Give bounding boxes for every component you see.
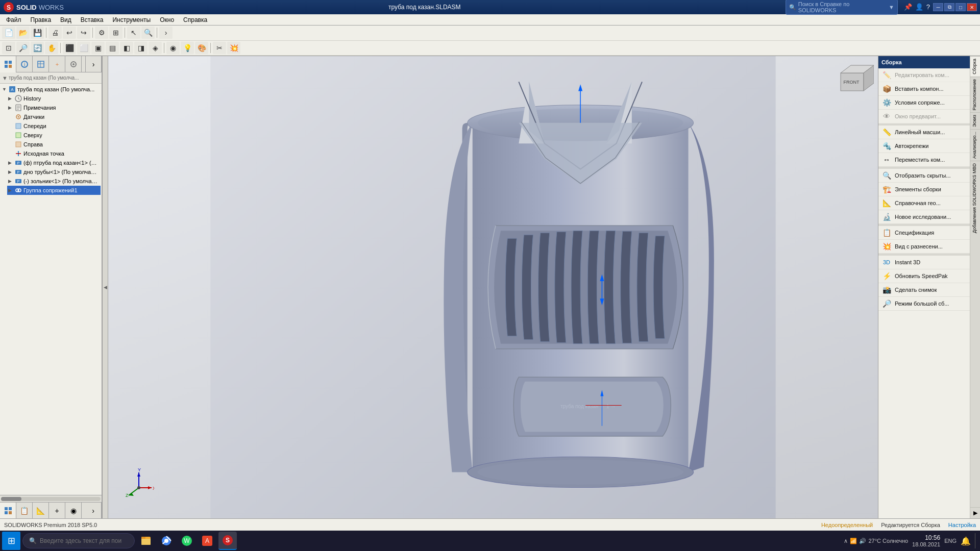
tab-layout[interactable]: Расположение <box>970 77 980 112</box>
view-section[interactable]: ✂ <box>213 42 226 54</box>
mates-toggle[interactable]: ▶ <box>8 188 14 193</box>
tree-item-notes[interactable]: ▶ Примечания <box>7 103 101 112</box>
rf-mate[interactable]: ⚙️ Условия сопряже... <box>878 96 970 110</box>
bottom-tab-1[interactable] <box>0 503 16 518</box>
view-bottom[interactable]: ▤ <box>106 42 119 54</box>
taskbar-chrome[interactable] <box>157 532 176 550</box>
redo-button[interactable]: ↪ <box>77 27 90 39</box>
tree-item-top[interactable]: Сверху <box>7 131 101 140</box>
rf-move-component[interactable]: ↔️ Переместить ком... <box>878 153 970 167</box>
3d-viewport[interactable]: труба под казан ← 1 → X Y <box>108 56 878 518</box>
config-manager-tab[interactable] <box>33 56 49 72</box>
person-icon[interactable]: 👤 <box>915 3 923 11</box>
view-explode[interactable]: 💥 <box>227 42 240 54</box>
bottom-tab-2[interactable]: 📋 <box>16 503 33 518</box>
help-icon[interactable]: ? <box>926 3 930 11</box>
view-lights[interactable]: 💡 <box>181 42 194 54</box>
tree-item-part3[interactable]: ▶ P (-) зольник<1> (По умолчанию<<Пр <box>7 177 101 186</box>
rf-explode[interactable]: 💥 Вид с разнесени... <box>878 240 970 254</box>
dropdown-icon[interactable]: ▼ <box>889 4 894 10</box>
view-zoom-in[interactable]: 🔎 <box>16 42 30 54</box>
rf-spec[interactable]: 📋 Спецификация <box>878 226 970 240</box>
tree-item-sensors[interactable]: Датчики <box>7 112 101 121</box>
view-display-mode[interactable]: ◉ <box>166 42 180 54</box>
rf-sub-assembly[interactable]: 🏗️ Элементы сборки <box>878 183 970 196</box>
right-panel-collapse[interactable]: ▶ <box>970 507 980 518</box>
display-manager-tab[interactable] <box>65 56 82 72</box>
feature-manager-tab[interactable] <box>0 56 16 72</box>
expand-tree-button[interactable]: › <box>85 56 102 72</box>
rf-preview-window[interactable]: 👁 Окно предварит... <box>878 110 970 123</box>
grid-button[interactable]: ⊞ <box>109 27 122 39</box>
notes-toggle[interactable]: ▶ <box>8 105 14 110</box>
taskbar-whatsapp[interactable]: W <box>178 532 196 550</box>
save-button[interactable]: 💾 <box>31 27 44 39</box>
taskbar-explorer[interactable] <box>137 532 155 550</box>
options-button[interactable]: ⚙ <box>95 27 108 39</box>
select-button[interactable]: ↖ <box>127 27 140 39</box>
tray-expand[interactable]: ∧ <box>844 538 848 544</box>
notification-icon[interactable]: 🔔 <box>961 536 971 546</box>
tab-sw-additions[interactable]: Добавления SOLIDWORKS MBD <box>970 161 980 235</box>
rf-fasteners[interactable]: 🔩 Автокрепежи <box>878 139 970 153</box>
restore-button[interactable]: ⧉ <box>944 3 954 11</box>
tree-item-history[interactable]: ▶ History <box>7 94 101 103</box>
tree-scrollbar-h[interactable] <box>0 495 102 502</box>
close-button[interactable]: ✕ <box>967 3 977 11</box>
bottom-tab-expand[interactable]: › <box>85 503 102 518</box>
tree-item-right[interactable]: Справа <box>7 140 101 149</box>
rf-show-hidden[interactable]: 🔍 Отобразить скрыты... <box>878 169 970 183</box>
taskbar-app4[interactable]: A <box>198 532 216 550</box>
undo-button[interactable]: ↩ <box>63 27 76 39</box>
tab-assembly[interactable]: Сборка <box>970 56 980 77</box>
part1-toggle[interactable]: ▶ <box>8 160 14 165</box>
tree-item-part1[interactable]: ▶ P (ф) птруба под казан<1> (По умолча <box>7 158 101 167</box>
tree-root[interactable]: ▼ A труба под казан (По умолча... <box>1 85 101 94</box>
rf-ref-geometry[interactable]: 📐 Справочная гео... <box>878 196 970 210</box>
view-front[interactable]: ⬛ <box>63 42 76 54</box>
pin-icon[interactable]: 📌 <box>904 3 912 11</box>
view-left[interactable]: ◧ <box>120 42 133 54</box>
tab-sketch[interactable]: Эскиз <box>970 112 980 129</box>
rf-speedpak[interactable]: ⚡ Обновить SpeedPak <box>878 269 970 283</box>
menu-window[interactable]: Окно <box>156 15 178 24</box>
menu-view[interactable]: Вид <box>56 15 76 24</box>
clock-date[interactable]: 10:56 18.08.2021 <box>912 534 940 547</box>
menu-insert[interactable]: Вставка <box>77 15 108 24</box>
tree-item-part2[interactable]: ▶ P дно трубы<1> (По умолчанию<<По <box>7 167 101 177</box>
start-button[interactable]: ⊞ <box>2 532 20 550</box>
view-top[interactable]: ▣ <box>91 42 105 54</box>
tree-item-mates[interactable]: ▶ Группа сопряжений1 <box>7 186 101 195</box>
menu-edit[interactable]: Правка <box>27 15 56 24</box>
view-rotate[interactable]: 🔄 <box>31 42 44 54</box>
dim-xpert-tab[interactable]: + <box>49 56 65 72</box>
menu-file[interactable]: Файл <box>2 15 26 24</box>
view-pan[interactable]: ✋ <box>45 42 58 54</box>
taskbar-solidworks[interactable]: S <box>218 532 237 550</box>
view-iso[interactable]: ◈ <box>149 42 162 54</box>
taskbar-search[interactable]: 🔍 <box>22 533 135 548</box>
menu-help[interactable]: Справка <box>179 15 211 24</box>
tab-analyze[interactable]: Анализиро... <box>970 129 980 161</box>
help-search-bar[interactable]: 🔍 Поиск в Справке по SOLIDWORKS ▼ <box>786 0 898 15</box>
view-right[interactable]: ◨ <box>134 42 148 54</box>
rf-new-study[interactable]: 🔬 Новое исследовани... <box>878 210 970 224</box>
history-toggle[interactable]: ▶ <box>8 96 14 101</box>
bottom-tab-5[interactable]: ◉ <box>65 503 82 518</box>
minimize-button[interactable]: ─ <box>933 3 943 11</box>
open-button[interactable]: 📂 <box>16 27 30 39</box>
part2-toggle[interactable]: ▶ <box>8 169 14 174</box>
new-button[interactable]: 📄 <box>2 27 15 39</box>
lang-indicator[interactable]: ENG <box>944 538 957 544</box>
view-back[interactable]: ⬜ <box>77 42 90 54</box>
forward-button[interactable]: › <box>159 27 173 39</box>
rf-linear-pattern[interactable]: 📏 Линейный масши... <box>878 126 970 139</box>
print-button[interactable]: 🖨 <box>48 27 62 39</box>
menu-tools[interactable]: Инструменты <box>108 15 155 24</box>
tree-item-origin[interactable]: Исходная точка <box>7 149 101 158</box>
view-cube[interactable]: FRONT <box>833 60 874 101</box>
maximize-button[interactable]: □ <box>955 3 966 11</box>
part3-toggle[interactable]: ▶ <box>8 179 14 184</box>
tree-item-front[interactable]: Спереди <box>7 121 101 131</box>
bottom-tab-4[interactable]: + <box>49 503 65 518</box>
